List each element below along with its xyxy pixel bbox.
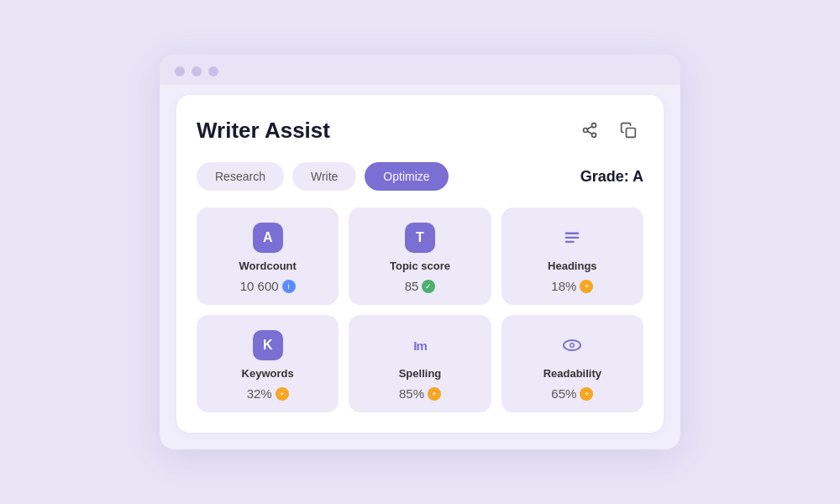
copy-icon xyxy=(620,122,637,139)
readability-icon xyxy=(557,330,587,360)
metric-readability: Readability 65% + xyxy=(501,315,643,412)
metric-spelling: Im Spelling 85% + xyxy=(349,315,491,412)
metric-keywords: K Keywords 32% + xyxy=(197,315,339,412)
metrics-grid: A Wordcount 10 600 i T Topic score 85 ✓ xyxy=(197,207,643,412)
wordcount-icon: A xyxy=(253,223,283,253)
svg-line-4 xyxy=(587,126,592,129)
tab-optimize[interactable]: Optimize xyxy=(365,162,448,191)
tabs-row: Research Write Optimize Grade: A xyxy=(197,162,643,191)
readability-label: Readability xyxy=(543,367,601,380)
header-icons xyxy=(575,115,643,145)
browser-bar xyxy=(160,55,680,85)
svg-line-3 xyxy=(587,131,592,134)
spelling-icon: Im xyxy=(405,330,435,360)
headings-value: 18% + xyxy=(551,279,593,293)
svg-rect-8 xyxy=(565,241,575,243)
topic-score-badge: ✓ xyxy=(422,280,435,293)
readability-badge: + xyxy=(580,387,593,401)
wordcount-value: 10 600 i xyxy=(240,279,296,293)
metric-wordcount: A Wordcount 10 600 i xyxy=(197,207,339,305)
browser-window: Writer Assist R xyxy=(160,55,680,449)
browser-dot-1 xyxy=(175,66,185,76)
spelling-value: 85% + xyxy=(399,386,441,401)
spelling-label: Spelling xyxy=(399,367,442,380)
wordcount-label: Wordcount xyxy=(239,260,296,272)
tab-research[interactable]: Research xyxy=(197,162,284,191)
browser-dot-2 xyxy=(192,66,202,76)
topic-score-label: Topic score xyxy=(390,260,450,272)
keywords-label: Keywords xyxy=(242,367,294,380)
headings-badge: + xyxy=(580,280,593,293)
card-header: Writer Assist xyxy=(197,115,643,145)
page-title: Writer Assist xyxy=(197,118,330,144)
wordcount-badge: i xyxy=(282,280,296,293)
svg-rect-6 xyxy=(565,233,580,234)
copy-button[interactable] xyxy=(613,115,643,145)
topic-score-value: 85 ✓ xyxy=(405,279,436,293)
share-button[interactable] xyxy=(575,115,605,145)
svg-rect-5 xyxy=(627,129,636,138)
metric-topic-score: T Topic score 85 ✓ xyxy=(349,207,491,305)
svg-rect-7 xyxy=(565,237,580,239)
keywords-value: 32% + xyxy=(247,386,289,401)
browser-dot-3 xyxy=(208,66,218,76)
metric-headings: Headings 18% + xyxy=(501,207,643,305)
svg-point-11 xyxy=(571,344,574,347)
topic-score-icon: T xyxy=(405,223,435,253)
keywords-badge: + xyxy=(276,387,289,401)
grade-label: Grade: A xyxy=(580,168,643,186)
headings-label: Headings xyxy=(548,260,597,272)
main-card: Writer Assist R xyxy=(176,95,664,433)
spelling-badge: + xyxy=(428,387,441,401)
headings-icon xyxy=(557,223,587,253)
readability-value: 65% + xyxy=(551,386,593,401)
keywords-icon: K xyxy=(253,330,283,360)
tab-write[interactable]: Write xyxy=(292,162,356,191)
share-icon xyxy=(581,122,598,139)
